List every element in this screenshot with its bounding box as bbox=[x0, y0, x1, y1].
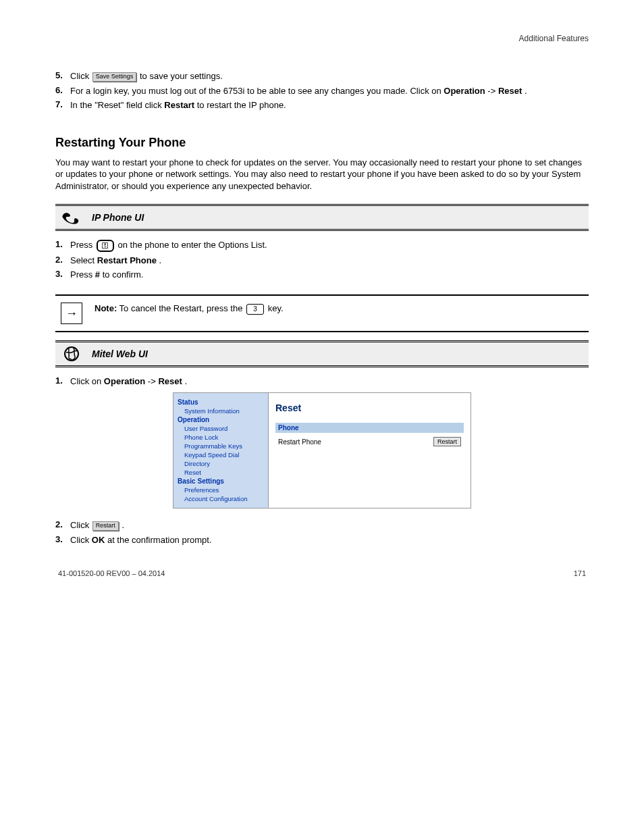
banner-ip-phone-ui: IP Phone UI bbox=[55, 204, 589, 231]
restart-phone-option: Restart Phone bbox=[97, 255, 157, 265]
webui-sidebar: Status System Information Operation User… bbox=[173, 393, 269, 508]
restart-inline-button[interactable]: Restart bbox=[92, 521, 119, 531]
webui-title: Reset bbox=[275, 402, 464, 413]
text: -> bbox=[487, 86, 495, 96]
nav-operation: Operation bbox=[444, 86, 485, 96]
sidebar-head-basic-settings[interactable]: Basic Settings bbox=[178, 477, 264, 485]
text: to confirm. bbox=[103, 269, 144, 280]
nav-reset: Reset bbox=[498, 86, 522, 96]
page-footer: 41-001520-00 REV00 – 04.2014 171 bbox=[55, 569, 589, 577]
step-number: 1. bbox=[55, 239, 70, 249]
banner-mitel-web-ui: Mitel Web UI bbox=[55, 340, 589, 367]
web-step-2: 2. Click Restart . bbox=[55, 519, 589, 531]
banner-label: Mitel Web UI bbox=[92, 348, 148, 359]
step-number: 6. bbox=[55, 85, 70, 95]
text: . bbox=[184, 376, 187, 386]
sidebar-item-system-information[interactable]: System Information bbox=[184, 407, 264, 415]
section-title-restart: Restarting Your Phone bbox=[55, 136, 589, 150]
step-6: 6. For a login key, you must log out of … bbox=[55, 85, 589, 97]
restart-button[interactable]: Restart bbox=[433, 437, 461, 446]
step-body: In the "Reset" field click Restart to re… bbox=[70, 99, 589, 111]
phone-step-1: 1. Press ⚿ on the phone to enter the Opt… bbox=[55, 239, 589, 252]
step-number: 3. bbox=[55, 269, 70, 279]
text: . bbox=[159, 255, 162, 265]
sidebar-head-operation[interactable]: Operation bbox=[178, 416, 264, 423]
webui-main: Reset Phone Restart Phone Restart bbox=[269, 393, 471, 508]
arrow-right-icon: → bbox=[61, 303, 82, 324]
web-step-3: 3. Click OK at the confirmation prompt. bbox=[55, 534, 589, 546]
phone-step-2: 2. Select Restart Phone . bbox=[55, 255, 589, 267]
webui-row-label: Restart Phone bbox=[278, 438, 433, 446]
text: Click bbox=[70, 535, 92, 545]
nav-reset: Reset bbox=[158, 376, 182, 386]
step-body: For a login key, you must log out of the… bbox=[70, 85, 589, 97]
sidebar-item-account-configuration[interactable]: Account Configuration bbox=[184, 495, 264, 502]
svg-point-0 bbox=[65, 347, 78, 361]
step-number: 1. bbox=[55, 375, 70, 386]
step-7: 7. In the "Reset" field click Restart to… bbox=[55, 99, 589, 111]
text: at the confirmation prompt. bbox=[107, 535, 212, 545]
sidebar-item-programmable-keys[interactable]: Programmable Keys bbox=[184, 442, 264, 450]
banner-label: IP Phone UI bbox=[92, 212, 144, 223]
restart-word: Restart bbox=[164, 100, 194, 110]
text: In the "Reset" field click bbox=[70, 100, 164, 110]
step-body: Click OK at the confirmation prompt. bbox=[70, 534, 589, 546]
ok-word: OK bbox=[92, 535, 105, 545]
step-body: Press # to confirm. bbox=[70, 269, 589, 281]
webui-subhead-phone: Phone bbox=[275, 423, 464, 433]
step-body: Click Restart . bbox=[70, 519, 589, 531]
text: key. bbox=[268, 303, 284, 313]
text: . bbox=[122, 520, 124, 530]
phone-step-3: 3. Press # to confirm. bbox=[55, 269, 589, 281]
nav-operation: Operation bbox=[104, 376, 145, 386]
text: Click on bbox=[70, 376, 104, 386]
globe-icon bbox=[61, 346, 82, 361]
text: to save your settings. bbox=[140, 71, 223, 81]
text: For a login key, you must log out of the… bbox=[70, 86, 444, 96]
section-desc: You may want to restart your phone to ch… bbox=[55, 157, 589, 192]
web-step-1: 1. Click on Operation -> Reset . bbox=[55, 375, 589, 388]
webui-row-restart-phone: Restart Phone Restart bbox=[275, 436, 464, 448]
step-number: 5. bbox=[55, 70, 70, 80]
webui-screenshot: Status System Information Operation User… bbox=[173, 392, 471, 509]
note-text: Note: To cancel the Restart, press the 3… bbox=[95, 303, 284, 315]
options-key-icon: ⚿ bbox=[97, 240, 114, 252]
sidebar-item-user-password[interactable]: User Password bbox=[184, 425, 264, 432]
step-number: 7. bbox=[55, 99, 70, 109]
step-number: 2. bbox=[55, 519, 70, 529]
note-bar: → Note: To cancel the Restart, press the… bbox=[55, 294, 589, 332]
sidebar-item-preferences[interactable]: Preferences bbox=[184, 486, 264, 494]
step-5: 5. Click Save Settings to save your sett… bbox=[55, 70, 589, 82]
step-body: Click Save Settings to save your setting… bbox=[70, 70, 589, 82]
text: . bbox=[525, 86, 527, 96]
sidebar-item-directory[interactable]: Directory bbox=[184, 460, 264, 467]
step-body: Click on Operation -> Reset . bbox=[70, 375, 589, 388]
sidebar-item-phone-lock[interactable]: Phone Lock bbox=[184, 434, 264, 441]
cancel-key-icon: 3 bbox=[246, 304, 264, 315]
footer-left: 41-001520-00 REV00 – 04.2014 bbox=[58, 569, 165, 577]
text: -> bbox=[148, 376, 156, 386]
step-number: 3. bbox=[55, 534, 70, 544]
footer-page-number: 171 bbox=[574, 569, 586, 577]
step-number: 2. bbox=[55, 255, 70, 265]
step-body: Select Restart Phone . bbox=[70, 255, 589, 267]
text: To cancel the Restart, press the bbox=[119, 303, 245, 313]
save-settings-button[interactable]: Save Settings bbox=[92, 72, 137, 82]
text: Click bbox=[70, 71, 92, 81]
step-body: Press ⚿ on the phone to enter the Option… bbox=[70, 239, 589, 252]
text: on the phone to enter the Options List. bbox=[117, 240, 267, 250]
text: Press bbox=[70, 240, 95, 250]
sidebar-item-keypad-speed-dial[interactable]: Keypad Speed Dial bbox=[184, 451, 264, 459]
text: Press bbox=[70, 269, 95, 280]
pound-key: # bbox=[95, 269, 100, 280]
sidebar-item-reset[interactable]: Reset bbox=[184, 469, 264, 476]
text: Select bbox=[70, 255, 97, 265]
phone-icon bbox=[61, 210, 82, 225]
text: Click bbox=[70, 520, 92, 530]
running-header: Additional Features bbox=[55, 34, 589, 43]
text: to restart the IP phone. bbox=[197, 100, 286, 110]
note-lead: Note: bbox=[95, 303, 117, 313]
sidebar-head-status[interactable]: Status bbox=[178, 398, 264, 406]
